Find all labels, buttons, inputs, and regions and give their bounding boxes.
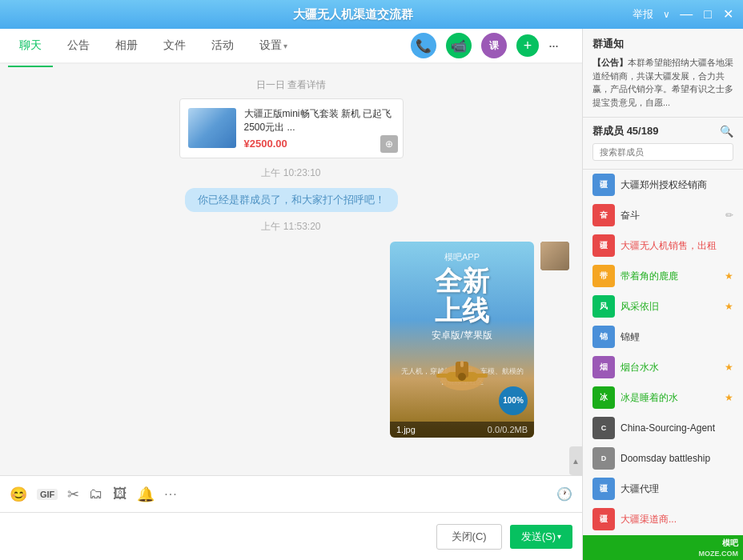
member-name: 大疆郑州授权经销商: [621, 178, 733, 192]
system-date[interactable]: 日一日 查看详情: [13, 78, 569, 92]
list-item[interactable]: 锦 锦鲤: [583, 322, 743, 352]
chat-input[interactable]: [10, 530, 428, 542]
list-item[interactable]: 风 风采依旧 ★: [583, 291, 743, 322]
image-footer: 1.jpg 0.0/0.2MB: [390, 422, 534, 438]
product-card[interactable]: 大疆正版mini畅飞套装 新机 已起飞2500元出 ... ¥2500.00 ⊕: [179, 98, 404, 158]
collapse-button[interactable]: ▲: [569, 446, 582, 475]
list-item[interactable]: 奋 奋斗 ✏: [583, 200, 743, 230]
title-bar-controls: 举报 ∨ — □ ✕: [633, 7, 733, 22]
report-button[interactable]: 举报: [633, 7, 653, 22]
sidebar-footer: 模吧MOZE.COM: [583, 535, 743, 560]
phone-call-button[interactable]: 📞: [411, 33, 436, 58]
avatar: 奋: [592, 204, 615, 226]
clock-icon[interactable]: 🕐: [556, 486, 572, 502]
chat-messages: 日一日 查看详情 大疆正版mini畅飞套装 新机 已起飞2500元出 ... ¥…: [0, 64, 582, 475]
add-button[interactable]: +: [516, 34, 539, 57]
avatar: 疆: [592, 508, 615, 530]
list-item[interactable]: D Doomsday battleship: [583, 443, 743, 474]
star-icon: ★: [725, 301, 733, 312]
tab-chat[interactable]: 聊天: [8, 32, 53, 59]
nav-actions: 📞 📹 课 + ···: [411, 33, 574, 58]
more-options-button[interactable]: ···: [548, 38, 558, 54]
scissors-button[interactable]: ✂: [67, 486, 79, 503]
product-price: ¥2500.00: [244, 138, 395, 150]
watermark: 模吧MOZE.COM: [583, 535, 743, 560]
course-button[interactable]: 课: [481, 33, 507, 58]
filename: 1.jpg: [396, 425, 416, 434]
close-button[interactable]: 关闭(C): [436, 524, 502, 550]
settings-chevron-icon: ▾: [283, 42, 287, 50]
member-name: 锦鲤: [621, 330, 733, 344]
avatar: D: [592, 447, 615, 470]
tab-activity[interactable]: 活动: [200, 32, 245, 59]
image-message[interactable]: 模吧APP 全新上线 安卓版/苹果版 无人机，穿越机、船模、车模、航模的智能模型…: [390, 242, 534, 438]
filesize: 0.0/0.2MB: [488, 425, 528, 434]
window-controls: — □ ✕: [680, 8, 733, 21]
tab-files[interactable]: 文件: [152, 32, 197, 59]
edit-icon: ✏: [725, 210, 733, 221]
avatar: 疆: [592, 234, 615, 257]
plus-icon: +: [524, 38, 532, 54]
svg-rect-3: [436, 374, 452, 378]
timestamp-1: 上午 10:23:10: [13, 166, 569, 180]
member-name: Doomsday battleship: [621, 453, 733, 464]
svg-point-5: [458, 373, 466, 381]
svg-rect-4: [472, 374, 488, 378]
member-list: 疆 大疆郑州授权经销商 奋 奋斗 ✏ 疆 大疆无人机销售，出租 带 带着角的鹿鹿…: [583, 170, 743, 535]
members-header: 群成员 45/189 🔍: [592, 124, 733, 138]
product-image: [188, 108, 236, 148]
list-item[interactable]: C China-Sourcing-Agent: [583, 413, 743, 443]
list-item[interactable]: 疆 大疆渠道商...: [583, 504, 743, 534]
timestamp-2: 上午 11:53:20: [13, 220, 569, 234]
dropdown-arrow[interactable]: ∨: [663, 9, 670, 20]
chat-toolbar: 😊 GIF ✂ 🗂 🖼 🔔 ··· 🕐: [0, 475, 582, 512]
gif-button[interactable]: GIF: [37, 489, 58, 500]
star-icon: ★: [725, 392, 733, 403]
star-icon: ★: [725, 270, 733, 282]
video-icon: 📹: [451, 38, 467, 54]
tab-settings[interactable]: 设置 ▾: [248, 32, 299, 59]
svg-rect-6: [460, 361, 464, 367]
emoji-button[interactable]: 😊: [10, 486, 27, 503]
minimize-button[interactable]: —: [680, 8, 693, 21]
avatar: 疆: [592, 174, 615, 196]
bell-button[interactable]: 🔔: [137, 486, 155, 503]
avatar: 锦: [592, 326, 615, 348]
more-toolbar-button[interactable]: ···: [164, 487, 177, 502]
member-name: 风采依旧: [621, 300, 719, 314]
send-button[interactable]: 发送(S) ▾: [510, 525, 572, 549]
maximize-button[interactable]: □: [704, 8, 712, 21]
search-members-icon[interactable]: 🔍: [720, 125, 733, 138]
list-item[interactable]: 冰 冰是睡着的水 ★: [583, 382, 743, 413]
search-members-input[interactable]: [592, 143, 733, 161]
members-title: 群成员 45/189: [592, 124, 658, 138]
image-main-title: 全新上线: [400, 266, 524, 326]
image-button[interactable]: 🖼: [113, 486, 127, 502]
course-icon: 课: [489, 39, 499, 53]
list-item[interactable]: 疆 大疆郑州授权经销商: [583, 170, 743, 200]
list-item[interactable]: 疆 大疆代理: [583, 474, 743, 504]
avatar: 冰: [592, 386, 615, 409]
send-arrow-icon: ▾: [557, 532, 561, 541]
list-item[interactable]: 疆 大疆无人机销售，出租: [583, 230, 743, 261]
download-progress: 100%: [499, 386, 528, 415]
member-name: 带着角的鹿鹿: [621, 270, 719, 283]
image-message-row: 模吧APP 全新上线 安卓版/苹果版 无人机，穿越机、船模、车模、航模的智能模型…: [13, 242, 569, 438]
folder-button[interactable]: 🗂: [89, 486, 103, 502]
join-message: 你已经是群成员了，和大家打个招呼吧！: [185, 188, 398, 212]
avatar: 带: [592, 265, 615, 287]
member-name: 奋斗: [621, 209, 720, 222]
app-brand-text: 模吧APP: [400, 251, 524, 263]
close-button[interactable]: ✕: [723, 8, 733, 21]
list-item[interactable]: 烟 烟台水水 ★: [583, 352, 743, 382]
window-title: 大疆无人机渠道交流群: [293, 7, 413, 22]
tab-album[interactable]: 相册: [104, 32, 149, 59]
video-call-button[interactable]: 📹: [446, 33, 472, 58]
notice-bold-tag: 【公告】: [592, 58, 628, 67]
list-item[interactable]: 带 带着角的鹿鹿 ★: [583, 261, 743, 291]
tab-notice[interactable]: 公告: [56, 32, 101, 59]
avatar: 烟: [592, 356, 615, 378]
notice-title: 群通知: [592, 37, 733, 51]
zoom-icon[interactable]: ⊕: [380, 135, 398, 153]
sender-avatar: [540, 242, 569, 270]
